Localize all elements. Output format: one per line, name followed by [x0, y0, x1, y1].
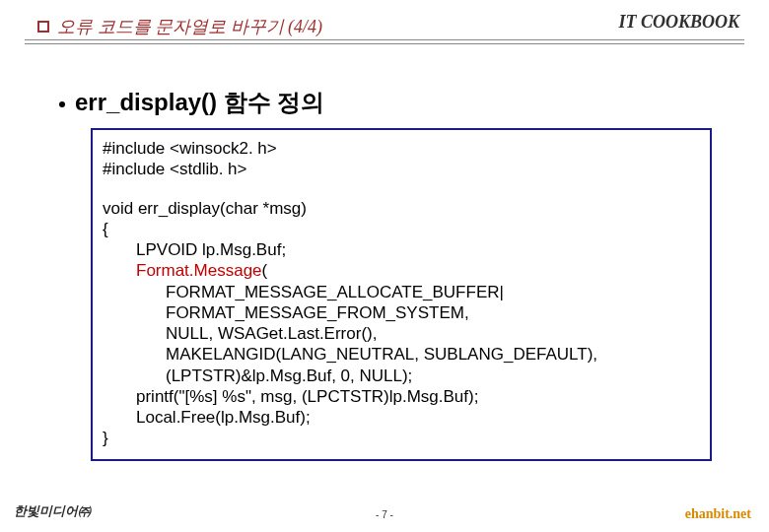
code-line: NULL, WSAGet.Last.Error(),: [103, 323, 700, 344]
code-line: void err_display(char *msg): [103, 198, 700, 219]
code-line: Format.Message(: [103, 260, 700, 281]
section-heading-text: err_display() 함수 정의: [75, 89, 324, 115]
slide-header: 오류 코드를 문자열로 바꾸기 (4/4) IT COOKBOOK: [0, 0, 769, 35]
code-line: (LPTSTR)&lp.Msg.Buf, 0, NULL);: [103, 366, 700, 386]
footer-page-number: - 7 -: [376, 509, 393, 520]
section-heading: err_display() 함수 정의: [59, 87, 324, 118]
code-keyword: Format.Message: [136, 261, 262, 280]
code-line: LPVOID lp.Msg.Buf;: [103, 239, 700, 260]
code-line: Local.Free(lp.Msg.Buf);: [103, 407, 700, 428]
code-box: #include <winsock2. h> #include <stdlib.…: [91, 128, 712, 461]
code-line: printf("[%s] %s", msg, (LPCTSTR)lp.Msg.B…: [103, 386, 700, 407]
divider-line-bottom: [25, 43, 744, 44]
divider-line-top: [25, 39, 744, 40]
code-line: #include <winsock2. h>: [103, 138, 700, 159]
code-line: #include <stdlib. h>: [103, 159, 700, 179]
bullet-dot-icon: [59, 101, 65, 107]
brand-text: IT COOKBOOK: [618, 12, 739, 33]
bullet-square-icon: [37, 21, 49, 33]
footer-publisher: 한빛미디어㈜: [14, 502, 91, 520]
code-blank-line: [103, 180, 700, 198]
code-line: {: [103, 219, 700, 239]
footer-url: ehanbit.net: [685, 506, 751, 522]
code-line: FORMAT_MESSAGE_ALLOCATE_BUFFER|: [103, 282, 700, 302]
title-line: 오류 코드를 문자열로 바꾸기 (4/4): [37, 15, 322, 38]
code-line: MAKELANGID(LANG_NEUTRAL, SUBLANG_DEFAULT…: [103, 344, 700, 365]
code-text: (: [262, 261, 268, 280]
code-line: FORMAT_MESSAGE_FROM_SYSTEM,: [103, 302, 700, 323]
slide-title: 오류 코드를 문자열로 바꾸기 (4/4): [57, 15, 322, 38]
code-line: }: [103, 428, 700, 448]
